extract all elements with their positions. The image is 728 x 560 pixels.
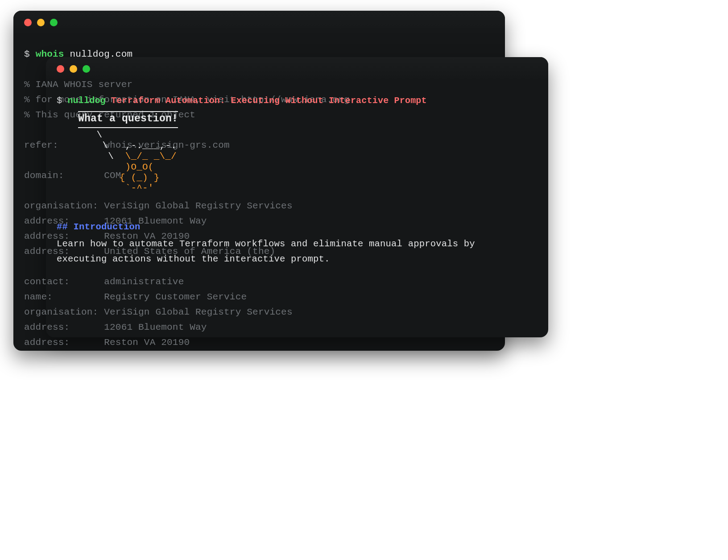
stage: $ whois nulldog.com % IANA WHOIS server … xyxy=(0,0,564,440)
ascii-line: \ ,-.___,-. xyxy=(57,141,177,151)
close-icon[interactable] xyxy=(24,19,32,26)
ascii-line: { (_) } xyxy=(57,173,159,183)
headline-text: Terraform Automation: Executing Without … xyxy=(111,95,427,106)
whois-output-line: address: Reston VA 20190 xyxy=(24,337,190,348)
ascii-line: \ xyxy=(57,130,102,140)
window-controls xyxy=(13,11,505,27)
whois-output-line: organisation: VeriSign Global Registry S… xyxy=(24,307,293,317)
minimize-icon[interactable] xyxy=(37,19,45,26)
ascii-dog: \ \ ,-.___,-. \ \_/_ _\_/ )O_O( { (_) } … xyxy=(57,130,538,194)
close-icon[interactable] xyxy=(57,65,64,73)
window-controls xyxy=(46,57,548,74)
prompt-symbol: $ xyxy=(24,49,30,59)
zoom-icon[interactable] xyxy=(83,65,90,73)
whois-output-line: address: 12061 Bluemont Way xyxy=(24,322,207,332)
ascii-line: \ xyxy=(57,151,125,162)
terminal-content-front: $ nulldog Terraform Automation: Executin… xyxy=(46,74,548,308)
speech-bubble: What a question! xyxy=(78,111,178,128)
ascii-line: )O_O( xyxy=(57,162,154,172)
zoom-icon[interactable] xyxy=(50,19,58,26)
section-body: Learn how to automate Terraform workflow… xyxy=(57,236,529,267)
prompt-symbol: $ xyxy=(57,95,62,106)
terminal-window-front: $ nulldog Terraform Automation: Executin… xyxy=(46,57,548,337)
minimize-icon[interactable] xyxy=(70,65,77,73)
command-name: nulldog xyxy=(67,95,105,106)
section-heading: ## Introduction xyxy=(57,222,141,232)
speech-bubble-text: What a question! xyxy=(78,113,178,124)
ascii-line: \_/_ _\_/ xyxy=(125,151,177,162)
ascii-line: `-^-' xyxy=(57,183,154,193)
article-intro: ## Introduction Learn how to automate Te… xyxy=(57,220,529,267)
